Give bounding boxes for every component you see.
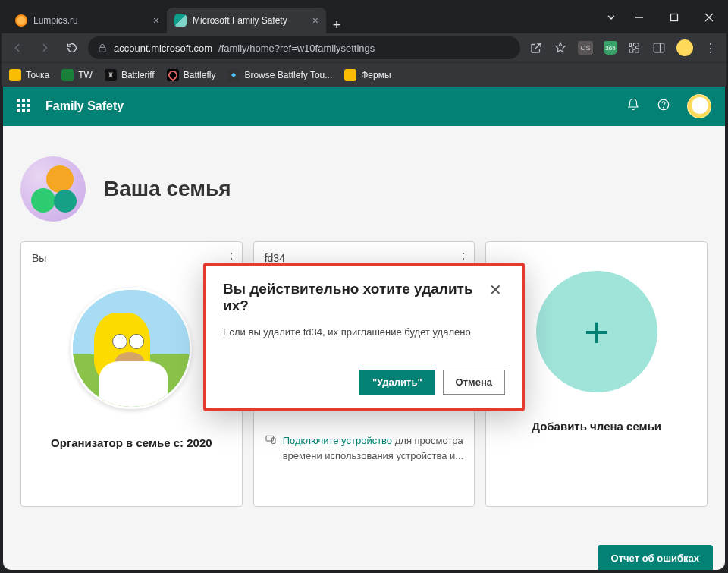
window-controls: [622, 2, 726, 33]
nav-reload-button[interactable]: [61, 36, 83, 59]
url-domain: account.microsoft.com: [114, 43, 212, 54]
bookmark-folder-icon: [344, 69, 356, 81]
bookmark-battleriff-icon: ♜: [105, 69, 117, 81]
bookmark-item[interactable]: ◆Browse Battlefy Tou...: [228, 69, 332, 81]
bookmark-label: Точка: [26, 70, 49, 80]
browser-tab-inactive[interactable]: Lumpics.ru ×: [8, 8, 167, 33]
tab-title: Lumpics.ru: [33, 15, 78, 26]
nav-forward-button[interactable]: [33, 36, 56, 59]
lock-icon: [97, 43, 108, 53]
window-maximize-button[interactable]: [657, 2, 692, 33]
tab-title: Microsoft Family Safety: [193, 15, 287, 26]
bookmark-item[interactable]: Battlefly: [167, 69, 216, 81]
address-bar[interactable]: account.microsoft.com/family/home?ref=w1…: [88, 36, 520, 59]
share-icon[interactable]: [529, 41, 543, 55]
new-tab-button[interactable]: +: [326, 17, 347, 33]
browser-menu-icon[interactable]: ⋮: [704, 41, 717, 55]
bookmark-label: Battleriff: [121, 70, 155, 80]
side-panel-icon[interactable]: [652, 41, 666, 55]
bookmark-label: TW: [78, 70, 93, 80]
star-icon[interactable]: [554, 41, 567, 55]
extension-lastfm-icon[interactable]: OS: [578, 41, 593, 55]
bookmark-folder-icon: [9, 69, 21, 81]
bookmark-label: Browse Battlefy Tou...: [244, 70, 332, 80]
close-icon[interactable]: ×: [153, 14, 159, 27]
confirm-remove-modal: Вы действительно хотите удалить их? ✕ Ес…: [203, 263, 525, 411]
bookmark-label: Battlefly: [184, 70, 216, 80]
bookmark-item[interactable]: Точка: [9, 69, 49, 81]
bookmark-item[interactable]: TW: [61, 69, 93, 81]
bookmark-item[interactable]: Фермы: [344, 69, 391, 81]
bookmark-label: Фермы: [361, 70, 391, 80]
extension-badge-icon[interactable]: 365: [604, 41, 617, 55]
window-close-button[interactable]: [692, 2, 726, 33]
svg-rect-1: [671, 14, 678, 21]
bookmark-item[interactable]: ♜Battleriff: [105, 69, 155, 81]
nav-back-button[interactable]: [6, 36, 29, 59]
close-icon[interactable]: ×: [312, 14, 318, 27]
url-path: /family/home?ref=w10familysettings: [218, 43, 375, 54]
browser-tab-active[interactable]: Microsoft Family Safety ×: [167, 8, 326, 33]
browser-url-bar: account.microsoft.com/family/home?ref=w1…: [2, 33, 726, 62]
bookmark-battlefy-icon: ◆: [228, 69, 240, 81]
page-viewport: Family Safety Ваша семья Вы ⋮: [3, 87, 725, 570]
modal-overlay: Вы действительно хотите удалить их? ✕ Ес…: [3, 87, 725, 570]
browser-titlebar: Lumpics.ru × Microsoft Family Safety × +: [2, 2, 726, 33]
modal-close-button[interactable]: ✕: [486, 281, 505, 299]
svg-rect-4: [99, 47, 105, 52]
extension-badge-text: 365: [605, 45, 615, 52]
modal-title: Вы действительно хотите удалить их?: [223, 281, 486, 314]
bookmark-battlefly-icon: [167, 69, 179, 81]
extension-icons: OS 365 ⋮: [525, 39, 722, 56]
extensions-puzzle-icon[interactable]: [628, 41, 642, 55]
window-minimize-button[interactable]: [622, 2, 657, 33]
profile-avatar-icon[interactable]: [676, 39, 693, 56]
modal-body-text: Если вы удалите fd34, их приглашение буд…: [223, 326, 505, 338]
browser-tabs: Lumpics.ru × Microsoft Family Safety × +: [2, 2, 601, 33]
tab-dropdown-icon[interactable]: [601, 2, 622, 33]
svg-rect-5: [654, 43, 664, 52]
favicon-ms-family: [174, 14, 187, 27]
bookmarks-bar: Точка TW ♜Battleriff Battlefly ◆Browse B…: [2, 62, 726, 87]
modal-cancel-button[interactable]: Отмена: [443, 370, 505, 395]
modal-delete-button[interactable]: "Удалить": [359, 370, 435, 395]
bookmark-sheets-icon: [61, 69, 74, 81]
favicon-lumpics: [15, 14, 27, 27]
